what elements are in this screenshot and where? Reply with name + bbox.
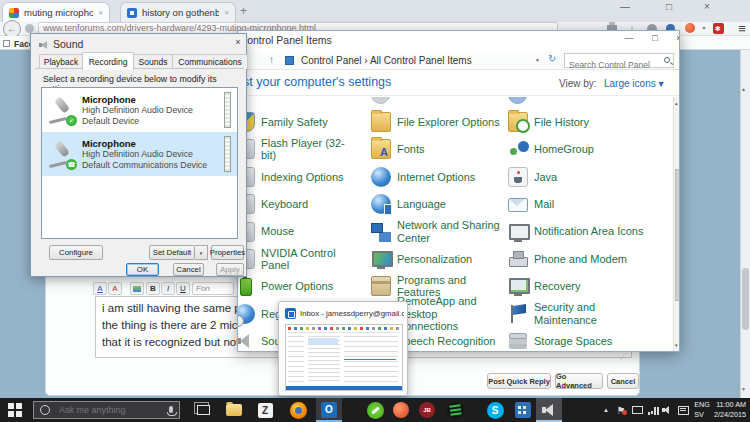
format-a-icon[interactable]: A [108, 282, 122, 295]
new-tab-button[interactable]: + [240, 4, 247, 18]
cp-item-security-and-maintenance[interactable]: Security and Maintenance [508, 300, 649, 327]
dialog-close-button[interactable]: × [231, 37, 245, 47]
breadcrumb[interactable]: Control Panel › All Control Panel Items [301, 55, 472, 66]
display-tray-icon[interactable] [630, 398, 644, 422]
browser-minimize-button[interactable]: — [620, 1, 630, 12]
go-advanced-button[interactable]: Go Advanced [555, 373, 603, 389]
cp-item-homegroup[interactable]: HomeGroup [508, 136, 649, 163]
cp-item-flash-player-32-bit[interactable]: Flash Player (32-bit) [238, 136, 350, 163]
browser-maximize-button[interactable]: □ [666, 1, 672, 12]
cp-item-internet-options[interactable]: Internet Options [371, 163, 501, 190]
recording-device-row[interactable]: ☎MicrophoneHigh Definition Audio DeviceD… [42, 132, 237, 176]
cp-item-personalization[interactable]: Personalization [371, 245, 501, 272]
cancel-button[interactable]: Cancel [607, 373, 639, 389]
microphone-icon[interactable] [169, 406, 173, 413]
view-by-dropdown[interactable]: Large icons ▾ [604, 78, 664, 89]
up-arrow-icon[interactable]: ↑ [269, 54, 274, 65]
tab-close-icon[interactable]: × [224, 8, 229, 17]
cp-item-family-safety[interactable]: Family Safety [238, 108, 350, 135]
taskbar-file-explorer-icon[interactable] [221, 398, 247, 422]
tab-playback[interactable]: Playback [39, 54, 83, 69]
security-flag-icon[interactable]: ⚑ [614, 398, 628, 422]
taskbar-sound-app-icon[interactable] [536, 398, 562, 422]
cp-maximize-button[interactable]: □ [644, 33, 666, 47]
cp-item-mouse[interactable]: Mouse [238, 218, 350, 245]
scroll-up-icon[interactable]: ▲ [674, 101, 678, 106]
refresh-icon[interactable]: ↻ [548, 53, 556, 64]
cp-item-recovery[interactable]: Recovery [508, 273, 649, 300]
cp-item-storage-spaces[interactable]: Storage Spaces [508, 328, 649, 352]
taskbar-skype-icon[interactable]: S [482, 398, 508, 422]
recording-device-row[interactable]: ✓MicrophoneHigh Definition Audio DeviceD… [42, 88, 237, 132]
network-tray-icon[interactable] [646, 398, 660, 422]
cp-item-notification-area-icons[interactable]: Notification Area Icons [508, 218, 649, 245]
taskbar-preview-popup[interactable]: Inbox - jamessdperry@gmail.co... [278, 301, 408, 396]
browser-scrollbar[interactable] [740, 50, 750, 398]
tab-communications[interactable]: Communications [172, 54, 248, 69]
textarea-resize-grip[interactable]: ⋰ [620, 352, 627, 360]
password-manager-icon[interactable]: ✱ [710, 22, 726, 34]
cp-item-mail[interactable]: Mail [508, 191, 649, 218]
cp-item-keyboard[interactable]: Keyboard [238, 191, 350, 218]
cp-item-network-and-sharing-center[interactable]: Network and Sharing Center [371, 218, 501, 245]
cp-item-power-options[interactable]: Power Options [238, 273, 350, 300]
ok-button[interactable]: OK [126, 263, 159, 276]
apply-button[interactable]: Apply [216, 263, 244, 276]
language-indicator[interactable]: ENGSV [692, 398, 712, 422]
tab-muting-microphone-win[interactable]: muting microphone - Win...× [2, 2, 110, 22]
taskbar-outlook-icon[interactable]: O [316, 398, 342, 422]
cp-search-input[interactable] [565, 58, 657, 70]
outlook-window-thumbnail[interactable] [285, 324, 403, 391]
cp-item-file-history[interactable]: File History [508, 108, 649, 135]
taskbar-search-input[interactable] [57, 404, 157, 416]
scroll-down-icon[interactable]: ▼ [741, 386, 746, 392]
format-u-icon[interactable]: U [176, 282, 190, 295]
cp-item-java[interactable]: Java [508, 163, 649, 190]
cp-item-indexing-options[interactable]: Indexing Options [238, 163, 350, 190]
browser-close-button[interactable]: × [704, 1, 710, 12]
start-button[interactable] [8, 403, 14, 409]
clock[interactable]: 11:00 AM2/24/2015 [712, 398, 748, 422]
cp-close-button[interactable]: × [668, 33, 680, 47]
editor-font-dropdown[interactable]: Fon [192, 282, 234, 295]
volume-tray-icon[interactable] [661, 398, 675, 422]
set-default-dropdown-icon[interactable]: ▼ [195, 245, 208, 260]
tab-sounds[interactable]: Sounds [133, 54, 173, 69]
hidden-icons-button[interactable]: ▲ [600, 398, 612, 422]
cp-search-box[interactable] [564, 53, 674, 68]
properties-button[interactable]: Properties [211, 245, 244, 260]
cp-item-phone-and-modem[interactable]: Phone and Modem [508, 245, 649, 272]
taskbar-firefox-icon[interactable] [285, 398, 311, 422]
taskbar-jb-app-icon[interactable]: JB [414, 398, 440, 422]
browser-scrollbar-thumb[interactable] [742, 268, 749, 330]
scroll-down-icon[interactable]: ▼ [674, 343, 678, 348]
set-default-button[interactable]: Set Default [149, 245, 195, 260]
taskbar-red-app-icon[interactable] [388, 398, 414, 422]
taskbar-green-phone-icon[interactable] [362, 398, 388, 422]
cp-item-file-explorer-options[interactable]: File Explorer Options [371, 108, 501, 135]
recording-devices-list[interactable]: ✓MicrophoneHigh Definition Audio DeviceD… [41, 87, 238, 239]
cp-scrollbar-thumb[interactable] [675, 169, 681, 301]
format-i-icon[interactable]: I [161, 282, 175, 295]
cp-item-nvidia-control-panel[interactable]: NVIDIA Control Panel [238, 245, 350, 272]
menu-icon[interactable]: ≡ [734, 22, 750, 34]
cp-minimize-button[interactable]: — [618, 33, 640, 47]
cancel-button[interactable]: Cancel [173, 263, 204, 276]
taskbar-spotify-icon[interactable] [442, 398, 468, 422]
taskbar-task-view-icon[interactable] [190, 398, 216, 422]
post-quick-reply-button[interactable]: Post Quick Reply [487, 373, 551, 389]
insert-image-icon[interactable] [130, 282, 144, 295]
cp-item-language[interactable]: Language [371, 191, 501, 218]
tab-history-on-gothenburg-g[interactable]: history on gothenburg - G...× [120, 2, 236, 22]
taskbar-search-box[interactable] [33, 401, 180, 419]
tab-recording[interactable]: Recording [82, 52, 134, 70]
breadcrumb-dropdown-icon[interactable]: ▼ [535, 57, 540, 63]
taskbar-z-app-icon[interactable]: Z [252, 398, 278, 422]
configure-button[interactable]: Configure [49, 245, 103, 260]
format-b-icon[interactable]: B [146, 282, 160, 295]
scroll-up-icon[interactable]: ▲ [741, 86, 746, 92]
format-a-icon[interactable]: A [93, 282, 107, 295]
tab-close-icon[interactable]: × [98, 8, 103, 17]
cp-item-fonts[interactable]: Fonts [371, 136, 501, 163]
action-center-icon[interactable] [676, 398, 690, 422]
